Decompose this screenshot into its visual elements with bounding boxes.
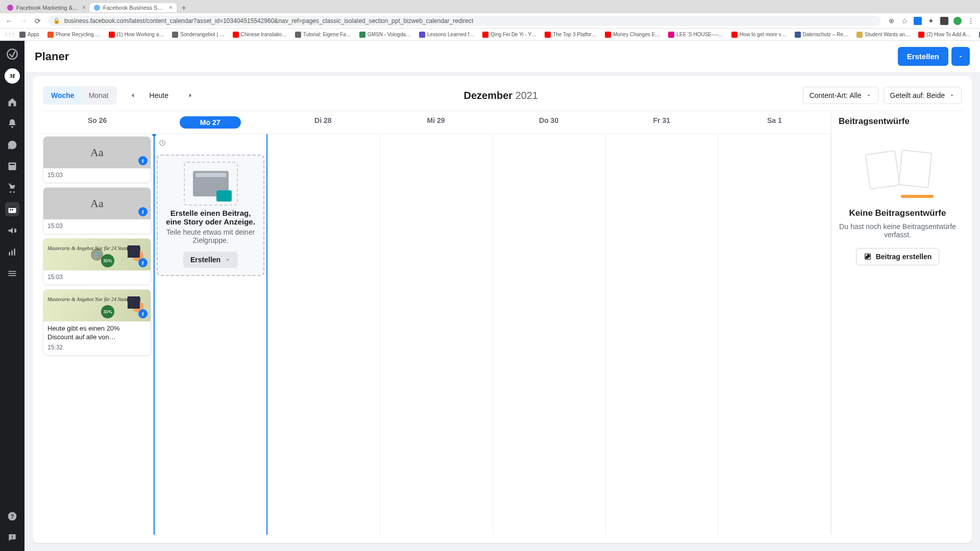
bookmark-item[interactable]: GMSN - Vologda… (357, 31, 413, 39)
post-card[interactable]: Masterarte & Angebot Nur für 24 Stunden3… (43, 289, 151, 356)
next-week-button[interactable] (182, 87, 199, 104)
nav-forward-icon[interactable]: → (19, 17, 28, 25)
bookmark-item[interactable]: Lessons Learned f… (417, 31, 476, 39)
star-icon[interactable]: ☆ (900, 17, 909, 25)
extension-icon[interactable] (914, 17, 922, 25)
bookmark-item[interactable]: Phone Recycling … (45, 31, 103, 39)
bookmark-label: The Top 3 Platfor… (553, 32, 597, 37)
tab-title: Facebook Marketing & Werbe… (16, 5, 79, 11)
bookmark-item[interactable]: Leseliste (977, 31, 980, 39)
svg-rect-10 (9, 271, 16, 272)
profile-avatar-icon[interactable] (953, 17, 962, 25)
text-post-thumbnail: Aaf (43, 137, 151, 168)
rail-commerce-icon[interactable] (5, 181, 19, 195)
bookmark-favicon (482, 32, 488, 38)
kebab-icon[interactable]: ⋮ (967, 17, 975, 25)
chevron-down-icon (958, 54, 964, 60)
bookmark-item[interactable]: How to get more v… (729, 31, 788, 39)
bookmark-favicon (668, 32, 674, 38)
rail-notifications-icon[interactable] (5, 116, 19, 131)
bookmark-item[interactable]: LEE 'S HOUSE----… (666, 31, 725, 39)
create-button[interactable]: Erstellen (898, 47, 948, 66)
apps-grid-icon[interactable]: ⋮⋮⋮ (5, 31, 13, 39)
page-header: Planer Erstellen (24, 41, 980, 72)
rail-ads-icon[interactable] (5, 223, 19, 238)
bookmark-item[interactable]: (1) How Working a… (107, 31, 166, 39)
calendar-grid: Aaf15:03Aaf15:03Masterarte & Angebot Nur… (41, 134, 831, 535)
today-button[interactable]: Heute (143, 87, 175, 104)
bookmark-favicon (605, 32, 611, 38)
nav-back-icon[interactable]: ← (5, 17, 13, 25)
post-card[interactable]: Masterarte & Angebot Nur für 24 Stunden3… (43, 238, 151, 285)
prev-week-button[interactable] (124, 87, 141, 104)
bookmark-item[interactable]: Datenschutz – Re… (793, 31, 851, 39)
rail-insights-icon[interactable] (5, 245, 19, 259)
facebook-badge-icon: f (138, 258, 148, 267)
page-avatar[interactable]: M (5, 68, 20, 84)
zoom-icon[interactable]: ⊕ (887, 17, 895, 25)
rail-more-icon[interactable] (5, 266, 19, 281)
lock-icon: 🔒 (53, 17, 60, 24)
calendar-shell: So 26Mo 27Di 28Mi 29Do 30Fr 31Sa 1 Aaf15… (41, 111, 964, 535)
facebook-badge-icon: f (138, 207, 148, 216)
view-month-button[interactable]: Monat (82, 87, 116, 104)
drafts-empty-sub: Du hast noch keine Beitragsentwürfe verf… (839, 222, 957, 239)
bookmark-item[interactable]: Chinese translatio… (231, 31, 289, 39)
browser-tab-inactive[interactable]: Facebook Marketing & Werbe… × (3, 3, 90, 12)
rail-help-icon[interactable]: ? (5, 509, 19, 523)
new-tab-button[interactable]: + (179, 3, 189, 13)
day-header-cell: Fr 31 (605, 111, 718, 134)
recent-activity-icon (157, 136, 265, 146)
puzzle-icon[interactable]: ✦ (927, 17, 935, 25)
day-header-cell: Mi 29 (379, 111, 492, 134)
bookmark-item[interactable]: The Top 3 Platfor… (543, 31, 599, 39)
bookmark-item[interactable]: Tutorial: Eigene Fa… (293, 31, 353, 39)
bookmark-label: LEE 'S HOUSE----… (676, 32, 723, 37)
rail-inbox-icon[interactable] (5, 138, 19, 152)
create-illustration (188, 166, 234, 202)
bookmark-favicon (295, 32, 301, 38)
browser-tab-active[interactable]: Facebook Business Suite × (90, 3, 177, 12)
bookmark-label: Apps (28, 32, 39, 37)
tab-title: Facebook Business Suite (103, 5, 166, 11)
bookmark-item[interactable]: Sonderangebot | … (170, 31, 227, 39)
bookmark-label: Student Wants an… (865, 32, 910, 37)
bookmark-favicon (233, 32, 239, 38)
rail-feedback-icon[interactable] (5, 531, 19, 545)
tab-close-icon[interactable]: × (169, 4, 173, 11)
bookmark-label: Money Changes E… (613, 32, 660, 37)
bookmark-item[interactable]: Apps (17, 31, 41, 39)
calendar-card: Woche Monat Heute Dezember 2021 (33, 76, 972, 543)
nav-reload-icon[interactable]: ⟳ (34, 17, 42, 25)
tab-close-icon[interactable]: × (82, 4, 86, 11)
bookmark-label: Qing Fei De Yi - Y… (491, 32, 536, 37)
bookmark-item[interactable]: Money Changes E… (603, 31, 662, 39)
post-time: 15:32 (47, 344, 146, 351)
create-dropdown-button[interactable] (951, 47, 970, 66)
app-shell: M ? Planer Erstellen W (0, 41, 980, 551)
url-box[interactable]: 🔒 business.facebook.com/latest/content_c… (48, 16, 881, 26)
bookmark-item[interactable]: Student Wants an… (854, 31, 912, 39)
day-header-cell: Sa 1 (718, 111, 831, 134)
content-type-filter[interactable]: Content-Art: Alle (803, 87, 878, 104)
post-card[interactable]: Aaf15:03 (43, 187, 151, 234)
rail-home-icon[interactable] (5, 95, 19, 109)
extension-icon[interactable] (940, 17, 948, 25)
svg-rect-5 (10, 209, 11, 211)
toolbar-left: Woche Monat Heute (43, 86, 199, 105)
post-card[interactable]: Aaf15:03 (43, 136, 151, 183)
meta-suite-icon[interactable] (5, 47, 19, 61)
chevron-down-icon (225, 257, 231, 263)
shared-on-filter[interactable]: Geteilt auf: Beide (884, 87, 962, 104)
bookmark-favicon (856, 32, 863, 38)
drafts-create-button[interactable]: Beitrag erstellen (856, 248, 940, 265)
post-time: 15:03 (47, 273, 146, 281)
rail-posts-icon[interactable] (5, 159, 19, 173)
view-week-button[interactable]: Woche (44, 87, 82, 104)
create-card-button[interactable]: Erstellen (183, 252, 238, 268)
rail-planner-icon[interactable] (5, 202, 19, 216)
bookmark-item[interactable]: Qing Fei De Yi - Y… (480, 31, 538, 39)
bookmark-item[interactable]: (2) How To Add A… (916, 31, 973, 39)
svg-rect-7 (9, 252, 10, 256)
day-column (493, 134, 606, 535)
